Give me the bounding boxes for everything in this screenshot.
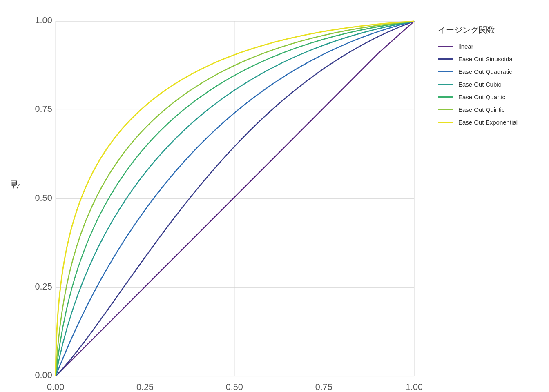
legend-item-quintic: Ease Out Quintic	[438, 106, 532, 113]
legend-label-exponential: Ease Out Exponential	[458, 119, 518, 126]
svg-text:0.50: 0.50	[35, 193, 52, 203]
legend-item-quartic: Ease Out Quartic	[438, 94, 532, 100]
svg-text:0.75: 0.75	[35, 104, 52, 114]
legend-item-sinusoidal: Ease Out Sinusoidal	[438, 56, 532, 62]
legend-line-quartic	[438, 96, 453, 98]
legend-label-linear: linear	[458, 43, 473, 50]
chart-container: 値	[0, 0, 549, 392]
chart-main: 0.00 0.25 0.50 0.75 1.00 0.00 0.25 0.50 …	[25, 8, 540, 384]
legend-item-exponential: Ease Out Exponential	[438, 119, 532, 126]
legend-label-quartic: Ease Out Quartic	[458, 94, 505, 100]
svg-text:0.00: 0.00	[47, 382, 64, 392]
legend-line-linear	[438, 46, 453, 47]
legend-line-sinusoidal	[438, 58, 453, 60]
legend-label-cubic: Ease Out Cubic	[458, 81, 501, 88]
chart-svg: 0.00 0.25 0.50 0.75 1.00 0.00 0.25 0.50 …	[29, 16, 422, 392]
legend-label-sinusoidal: Ease Out Sinusoidal	[458, 56, 514, 62]
chart-area: 値	[9, 8, 540, 384]
legend: イージング関数 linear Ease Out Sinusoidal Ease …	[426, 8, 540, 392]
svg-text:0.00: 0.00	[35, 370, 52, 380]
svg-text:1.00: 1.00	[406, 382, 422, 392]
plot-area-wrapper: 0.00 0.25 0.50 0.75 1.00 0.00 0.25 0.50 …	[25, 8, 426, 392]
legend-line-exponential	[438, 122, 453, 123]
legend-line-quadratic	[438, 71, 453, 72]
svg-text:0.50: 0.50	[226, 382, 243, 392]
legend-line-quintic	[438, 109, 453, 110]
chart-top: 0.00 0.25 0.50 0.75 1.00 0.00 0.25 0.50 …	[25, 8, 540, 392]
legend-label-quadratic: Ease Out Quadratic	[458, 68, 512, 75]
svg-text:1.00: 1.00	[35, 16, 52, 25]
legend-title: イージング関数	[438, 24, 532, 36]
svg-text:0.25: 0.25	[136, 382, 154, 392]
legend-item-linear: linear	[438, 43, 532, 50]
legend-line-cubic	[438, 84, 453, 85]
legend-label-quintic: Ease Out Quintic	[458, 106, 504, 113]
svg-text:0.75: 0.75	[315, 382, 333, 392]
svg-text:0.25: 0.25	[35, 281, 52, 292]
plot-area: 0.00 0.25 0.50 0.75 1.00 0.00 0.25 0.50 …	[29, 16, 422, 392]
legend-item-cubic: Ease Out Cubic	[438, 81, 532, 88]
legend-item-quadratic: Ease Out Quadratic	[438, 68, 532, 75]
